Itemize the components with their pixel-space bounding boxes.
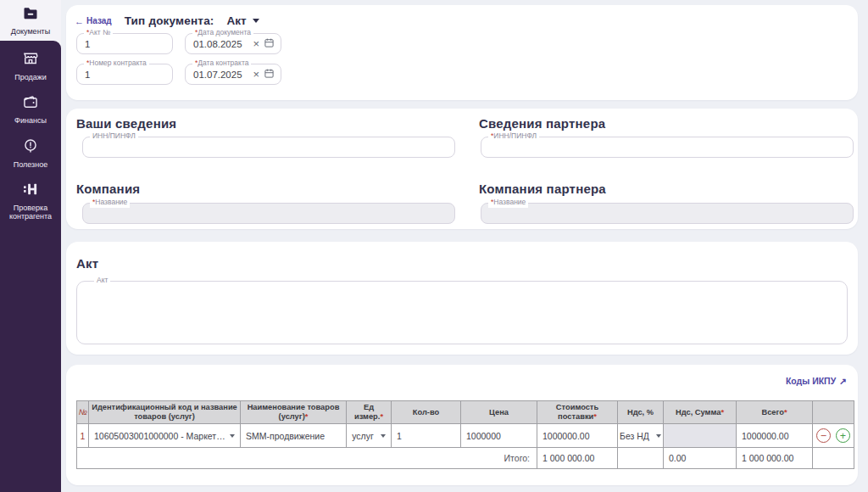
h-logo-icon: [22, 181, 39, 201]
document-header-card: ← Назад Тип документа: Акт *Акт № *Дата …: [66, 5, 858, 100]
info-pin-icon: [22, 137, 39, 158]
sidebar-item-documents[interactable]: Документы: [0, 0, 61, 41]
footer-actions-empty: [813, 448, 854, 469]
col-header-vat-percent: Ндс, %: [618, 401, 664, 424]
partner-company-name-input: [481, 204, 853, 223]
cell-product-code: 10605003001000000 - Маркетинговы: [89, 424, 241, 448]
act-card: Акт Акт: [66, 242, 858, 355]
act-textarea-label: Акт: [94, 276, 110, 286]
sidebar-nav: Продажи Финансы Полезное Проверка контра…: [0, 41, 61, 492]
cell-vat-percent: Без НД: [618, 424, 664, 448]
partner-inn-field[interactable]: *ИНН/ПИНФЛ: [481, 137, 854, 158]
cell-supply-cost: 1000000.00: [537, 424, 618, 448]
chevron-down-icon: [381, 434, 386, 438]
col-header-code: Идентификационный код и название товаров…: [89, 401, 241, 424]
footer-vat-percent: [618, 448, 664, 469]
col-header-price: Цена: [461, 401, 537, 424]
company-name-label: *Название: [90, 198, 130, 208]
contract-date-field[interactable]: *Дата контракта ×: [185, 64, 281, 85]
items-table: № Идентификационный код и название товар…: [76, 400, 854, 469]
doc-type-select[interactable]: Акт: [227, 14, 259, 27]
sidebar: Документы Продажи Финансы Полезное Прове…: [0, 0, 61, 492]
act-number-field[interactable]: *Акт №: [76, 33, 173, 54]
company-heading: Компания: [76, 182, 140, 196]
remove-row-button[interactable]: −: [816, 428, 831, 443]
company-name-field: *Название: [82, 203, 455, 224]
company-name-input: [83, 204, 454, 223]
back-arrow-icon: ←: [75, 16, 84, 26]
external-link-icon: ↗: [839, 376, 847, 386]
parties-info-card: Ваши сведения Сведения партнера ИНН/ПИНФ…: [66, 109, 858, 229]
back-label: Назад: [86, 16, 112, 25]
col-header-name: Наименование товаров (услуг)*: [241, 401, 347, 424]
product-code-select[interactable]: 10605003001000000 - Маркетинговы: [94, 431, 235, 441]
partner-info-heading: Сведения партнера: [479, 116, 605, 131]
your-inn-field[interactable]: ИНН/ПИНФЛ: [82, 137, 455, 158]
contract-date-label: *Дата контракта: [192, 59, 251, 69]
storefront-icon: [22, 50, 39, 70]
doc-type-value: Акт: [227, 14, 247, 27]
totals-label: Итого:: [77, 448, 537, 469]
col-header-supply-cost: Стоимость поставки*: [537, 401, 618, 424]
document-topbar: ← Назад Тип документа: Акт: [66, 5, 858, 27]
add-row-button[interactable]: +: [836, 428, 850, 443]
your-inn-label: ИНН/ПИНФЛ: [90, 131, 138, 142]
chevron-down-icon: [230, 434, 235, 438]
doc-type-label: Тип документа:: [125, 14, 214, 27]
ikpu-codes-link[interactable]: Коды ИКПУ ↗: [786, 376, 847, 386]
col-header-num: №: [77, 401, 89, 424]
cell-row-number: 1: [77, 424, 89, 448]
cell-product-name[interactable]: SMM-продвижение: [241, 424, 347, 448]
sidebar-item-label: Документы: [11, 27, 50, 36]
calendar-icon[interactable]: [264, 36, 275, 52]
doc-date-label: *Дата документа: [192, 28, 253, 38]
table-row: 1 10605003001000000 - Маркетинговы SMM-п…: [77, 424, 854, 448]
chevron-down-icon: [656, 434, 661, 438]
contract-number-field[interactable]: *Номер контракта: [76, 64, 173, 85]
col-header-qty: Кол-во: [392, 401, 461, 424]
sidebar-item-counterparty-check[interactable]: Проверка контрагента: [1, 181, 60, 221]
clear-date-icon[interactable]: ×: [253, 38, 259, 49]
cell-row-actions: − +: [813, 424, 854, 448]
your-inn-input[interactable]: [83, 137, 454, 157]
sidebar-item-label: Проверка контрагента: [1, 204, 60, 221]
footer-total: 1 000 000.00: [737, 448, 813, 469]
chevron-down-icon: [253, 19, 259, 23]
cell-vat-sum: [664, 424, 737, 448]
contract-number-label: *Номер контракта: [84, 59, 149, 69]
sidebar-item-label: Полезное: [14, 160, 47, 169]
act-textarea-field[interactable]: Акт: [76, 281, 848, 344]
partner-company-heading: Компания партнера: [479, 182, 606, 196]
col-header-total: Всего*: [737, 401, 813, 424]
back-link[interactable]: ← Назад: [75, 16, 112, 26]
partner-company-name-field: *Название: [481, 203, 854, 224]
sidebar-item-finance[interactable]: Финансы: [1, 93, 60, 125]
vat-percent-select[interactable]: Без НД: [623, 431, 658, 441]
sidebar-item-useful[interactable]: Полезное: [1, 137, 60, 169]
cell-price[interactable]: 1000000: [461, 424, 537, 448]
footer-supply-cost: 1 000 000.00: [537, 448, 618, 469]
col-header-vat-sum: Ндс, Сумма*: [664, 401, 737, 424]
doc-date-field[interactable]: *Дата документа ×: [185, 33, 281, 54]
sidebar-item-label: Финансы: [14, 116, 47, 125]
calendar-icon[interactable]: [264, 67, 275, 82]
act-heading: Акт: [76, 256, 98, 271]
cell-unit: услуг: [347, 424, 392, 448]
your-info-heading: Ваши сведения: [76, 116, 176, 131]
col-header-unit: Ед измер.*: [347, 401, 392, 424]
cell-quantity[interactable]: 1: [392, 424, 461, 448]
act-textarea[interactable]: [77, 282, 847, 344]
table-header-row: № Идентификационный код и название товар…: [77, 401, 854, 424]
act-number-label: *Акт №: [84, 28, 113, 38]
clear-date-icon[interactable]: ×: [253, 69, 259, 80]
col-header-actions: [813, 401, 854, 424]
cell-total: 1000000.00: [737, 424, 813, 448]
unit-select[interactable]: услуг: [352, 431, 386, 441]
sidebar-item-sales[interactable]: Продажи: [1, 50, 60, 81]
sidebar-item-label: Продажи: [14, 73, 47, 81]
partner-inn-label: *ИНН/ПИНФЛ: [488, 131, 539, 142]
wallet-icon: [22, 93, 39, 114]
table-footer-row: Итого: 1 000 000.00 0.00 1 000 000.00: [77, 448, 854, 469]
footer-vat-sum: 0.00: [664, 448, 737, 469]
documents-folder-icon: [22, 5, 39, 25]
